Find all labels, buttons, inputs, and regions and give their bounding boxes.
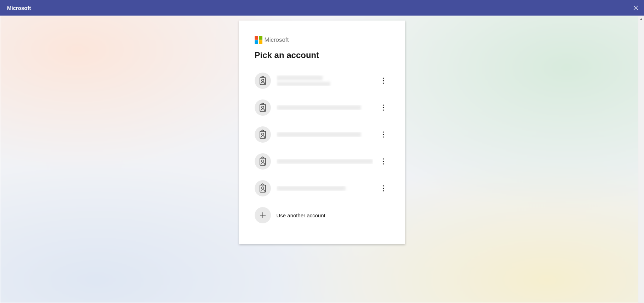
titlebar: Microsoft (0, 0, 644, 16)
badge-icon (259, 183, 267, 193)
svg-point-19 (383, 158, 384, 159)
account-primary-redacted (277, 186, 346, 191)
close-icon (633, 5, 638, 10)
account-avatar (255, 126, 271, 143)
more-vertical-icon (383, 158, 384, 165)
svg-point-18 (261, 160, 263, 162)
account-primary-redacted (277, 75, 323, 80)
account-text (277, 75, 373, 86)
microsoft-logo-icon (255, 36, 262, 44)
account-avatar (255, 180, 271, 196)
account-secondary-redacted (277, 82, 330, 86)
account-more-button[interactable] (378, 182, 388, 195)
svg-point-5 (383, 80, 384, 81)
account-more-button[interactable] (378, 128, 388, 141)
brand-row: Microsoft (255, 36, 390, 44)
account-more-button[interactable] (378, 155, 388, 168)
more-vertical-icon (383, 185, 384, 191)
account-primary-redacted (277, 159, 373, 164)
svg-point-9 (383, 104, 384, 105)
badge-icon (259, 103, 267, 113)
account-more-button[interactable] (378, 74, 388, 87)
badge-icon (259, 156, 267, 166)
body-area: ▲ Microsoft Pick an account (0, 16, 644, 303)
plus-icon (259, 211, 267, 219)
vertical-scrollbar[interactable]: ▲ (638, 16, 644, 303)
svg-point-26 (383, 190, 384, 191)
svg-point-15 (383, 134, 384, 135)
plus-circle (255, 207, 271, 223)
account-list (255, 67, 390, 202)
more-vertical-icon (383, 104, 384, 111)
svg-point-8 (261, 106, 263, 108)
account-text (277, 132, 373, 137)
account-row[interactable] (255, 94, 390, 121)
account-text (277, 186, 373, 191)
account-row[interactable] (255, 121, 390, 148)
account-more-button[interactable] (378, 101, 388, 114)
more-vertical-icon (383, 131, 384, 138)
account-avatar (255, 99, 271, 116)
window-title: Microsoft (7, 5, 31, 11)
account-row[interactable] (255, 67, 390, 94)
svg-point-6 (383, 82, 384, 84)
svg-point-10 (383, 107, 384, 108)
account-text (277, 159, 373, 164)
account-primary-redacted (277, 132, 361, 137)
badge-icon (259, 130, 267, 139)
close-button[interactable] (628, 0, 644, 16)
svg-point-14 (383, 131, 384, 132)
account-row[interactable] (255, 175, 390, 202)
account-avatar (255, 153, 271, 170)
svg-point-25 (383, 188, 384, 189)
svg-point-11 (383, 109, 384, 110)
use-another-account[interactable]: Use another account (255, 202, 390, 229)
brand-name: Microsoft (265, 36, 289, 44)
window: Microsoft ▲ Microsoft Pick an account (0, 0, 644, 303)
page-title: Pick an account (255, 50, 390, 60)
account-picker-card: Microsoft Pick an account (239, 21, 405, 244)
svg-point-23 (261, 187, 263, 189)
account-avatar (255, 73, 271, 89)
use-another-account-label: Use another account (277, 212, 325, 218)
badge-icon (259, 76, 267, 86)
svg-point-21 (383, 163, 384, 164)
svg-point-3 (261, 79, 263, 81)
svg-point-24 (383, 185, 384, 186)
svg-point-13 (261, 133, 263, 135)
account-primary-redacted (277, 105, 361, 110)
scroll-up-arrow-icon[interactable]: ▲ (638, 16, 644, 22)
svg-point-20 (383, 161, 384, 162)
svg-point-4 (383, 78, 384, 79)
account-text (277, 105, 373, 110)
account-row[interactable] (255, 148, 390, 175)
svg-point-16 (383, 136, 384, 137)
more-vertical-icon (383, 78, 384, 84)
